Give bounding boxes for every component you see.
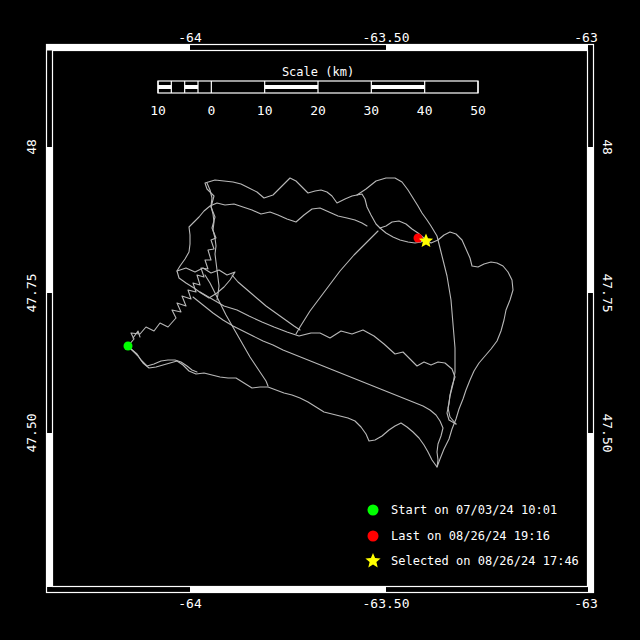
frame-band-right xyxy=(588,147,594,293)
y-tick-label-right: 48 xyxy=(600,139,615,155)
track-map-canvas: -64-64-63.50-63.50-63-63484847.7547.7547… xyxy=(0,0,640,640)
y-tick-label-right: 47.75 xyxy=(600,273,615,312)
frame-band-bottom xyxy=(190,587,386,593)
frame-band-bottom xyxy=(588,587,594,593)
x-tick-label-bottom: -63 xyxy=(574,596,597,611)
x-tick-label-top: -63 xyxy=(574,30,597,45)
x-tick-label-top: -64 xyxy=(178,30,202,45)
plot-area[interactable] xyxy=(52,50,588,587)
frame-band-right xyxy=(588,433,594,587)
tracking-plot-window: -64-64-63.50-63.50-63-63484847.7547.7547… xyxy=(0,0,640,640)
y-tick-label-left: 47.50 xyxy=(24,413,39,452)
x-tick-label-top: -63.50 xyxy=(363,30,410,45)
x-tick-label-bottom: -63.50 xyxy=(363,596,410,611)
y-tick-label-right: 47.50 xyxy=(600,413,615,452)
y-tick-label-left: 47.75 xyxy=(24,273,39,312)
y-tick-label-left: 48 xyxy=(24,139,39,155)
x-tick-label-bottom: -64 xyxy=(178,596,202,611)
